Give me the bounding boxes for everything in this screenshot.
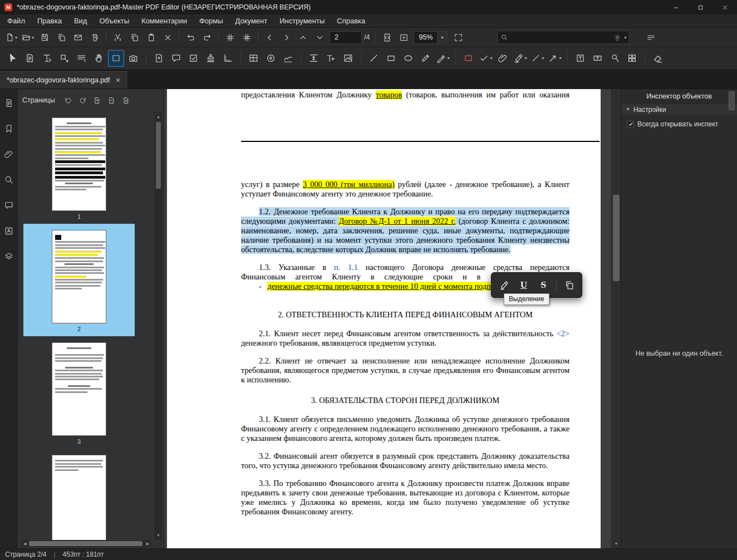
layers-panel-button[interactable] <box>2 249 16 264</box>
tab-close-icon[interactable]: ✕ <box>116 77 121 84</box>
radio-button-tool[interactable] <box>263 50 279 67</box>
eraser-tool[interactable] <box>650 50 666 67</box>
open-file[interactable]: ▾ <box>20 30 36 45</box>
search-panel-button[interactable] <box>2 173 16 187</box>
doc-link[interactable]: <2> <box>557 329 569 338</box>
delete-page[interactable] <box>105 94 119 107</box>
table-tool[interactable] <box>245 50 262 67</box>
show-grid[interactable] <box>222 30 238 45</box>
fonts-panel-button[interactable] <box>2 224 16 238</box>
add-image-tool[interactable] <box>340 50 356 67</box>
fullscreen[interactable] <box>450 30 466 45</box>
next-page[interactable] <box>312 30 327 45</box>
add-text-tool[interactable] <box>323 50 339 67</box>
comment-tool[interactable] <box>168 50 184 67</box>
pages-panel-button[interactable] <box>2 96 16 110</box>
scrollbar-thumb[interactable] <box>613 195 620 281</box>
select-region-tool[interactable] <box>108 50 124 67</box>
comments-panel-button[interactable] <box>2 198 16 213</box>
measure-tool[interactable] <box>220 50 236 67</box>
menu-item-tools[interactable]: Инструменты <box>273 16 331 26</box>
scroll-up-icon[interactable]: ▲ <box>155 113 161 120</box>
minimize-button[interactable] <box>664 0 688 14</box>
menu-item-document[interactable]: Документ <box>229 16 274 26</box>
edit-textbox-tool[interactable] <box>572 50 588 67</box>
print[interactable] <box>87 30 102 45</box>
rectangle-tool[interactable] <box>383 50 399 67</box>
page-thumbnail-3[interactable]: 3 <box>23 336 135 449</box>
check-annotation-tool[interactable]: ▾ <box>478 50 494 67</box>
highlight-text-button[interactable] <box>496 276 512 294</box>
ellipse-tool[interactable] <box>400 50 416 67</box>
line-annotation-tool[interactable]: ▾ <box>529 50 546 67</box>
maximize-button[interactable] <box>688 0 713 14</box>
line-tool[interactable] <box>366 50 382 67</box>
page-thumbnail-2[interactable]: 2 <box>23 224 135 336</box>
toolbar-menu[interactable] <box>643 30 659 45</box>
distribute-tool[interactable] <box>306 50 322 67</box>
menu-item-comments[interactable]: Комментарии <box>135 16 193 26</box>
scroll-left-icon[interactable]: ◀ <box>21 540 28 547</box>
search-dropdown-icon[interactable]: ▾ <box>624 35 626 40</box>
search-settings-gear-icon[interactable] <box>613 33 621 41</box>
insert-page[interactable] <box>91 94 104 107</box>
scrollbar-thumb[interactable] <box>29 541 143 546</box>
highlighted-link-text[interactable]: 3 000 000 (три миллиона) <box>303 180 395 189</box>
close-button[interactable] <box>713 0 737 14</box>
highlight-region-tool[interactable] <box>460 50 476 67</box>
underline-text-button[interactable]: U <box>515 276 532 294</box>
bookmarks-panel-button[interactable] <box>2 121 16 136</box>
zoom-level-select[interactable]: 95% <box>414 31 438 44</box>
signature-tool[interactable]: ▾ <box>435 50 451 67</box>
new-document[interactable]: ▾ <box>3 30 19 45</box>
always-open-inspector-checkbox[interactable]: Всегда открывать инспект <box>621 115 737 128</box>
scrollbar-thumb[interactable] <box>156 122 161 189</box>
attachments-panel-button[interactable] <box>2 147 16 161</box>
menu-item-file[interactable]: Файл <box>1 16 31 26</box>
menu-item-objects[interactable]: Объекты <box>93 16 135 26</box>
next-view[interactable] <box>278 30 294 45</box>
inspector-settings-section[interactable]: ▼ Настройки <box>621 104 737 115</box>
scroll-right-icon[interactable]: ▶ <box>144 540 151 547</box>
scroll-down-icon[interactable]: ▼ <box>612 539 621 547</box>
prev-page[interactable] <box>295 30 311 45</box>
edit-content-tool[interactable] <box>22 50 38 67</box>
highlighter-tool[interactable]: ▾ <box>512 50 528 67</box>
pencil-tool[interactable] <box>417 50 434 67</box>
snap-to-grid[interactable] <box>239 30 254 45</box>
email[interactable] <box>70 30 86 45</box>
highlighted-link-text[interactable]: товаров <box>376 90 402 99</box>
scrollbar-thumb[interactable] <box>729 91 735 110</box>
edit-text-tool[interactable] <box>39 50 55 67</box>
menu-item-view[interactable]: Вид <box>68 16 94 26</box>
signature-field-tool[interactable] <box>280 50 296 67</box>
attach-file-tool[interactable] <box>495 50 511 67</box>
zoom-dropdown-button[interactable]: ▾ <box>438 31 447 44</box>
search-input[interactable] <box>510 33 611 41</box>
textbox-tool[interactable] <box>589 50 606 67</box>
snapshot-tool[interactable] <box>125 50 141 67</box>
menu-item-edit[interactable]: Правка <box>31 16 68 26</box>
thumbnails-vertical-scrollbar[interactable]: ▲ ▼ <box>155 112 162 539</box>
extract-page[interactable] <box>120 94 133 107</box>
select-object-tool[interactable] <box>56 50 72 67</box>
tile-pages-tool[interactable] <box>624 50 640 67</box>
delete[interactable] <box>160 30 175 45</box>
find-object-tool[interactable] <box>607 50 623 67</box>
page-thumbnail-1[interactable]: 1 <box>23 111 135 224</box>
save-copy[interactable] <box>53 30 69 45</box>
highlighted-link-text[interactable]: Договор №Д-1 от 1 июня 2022 г. <box>339 217 456 225</box>
document-vertical-scrollbar[interactable]: ▼ <box>611 89 621 548</box>
select-tool[interactable] <box>4 50 21 67</box>
save[interactable] <box>37 30 52 45</box>
inspector-scrollbar[interactable] <box>729 91 736 203</box>
prev-view[interactable] <box>262 30 277 45</box>
undo[interactable] <box>183 30 198 45</box>
rotate-right[interactable] <box>76 94 90 107</box>
page-number-input[interactable]: 2 <box>330 31 362 44</box>
document-tab[interactable]: *obrazec-dogovora-faktoringa.pdf ✕ <box>0 71 128 89</box>
cut[interactable] <box>110 30 125 45</box>
stamp-tool[interactable] <box>203 50 219 67</box>
scroll-down-icon[interactable]: ▼ <box>155 532 161 539</box>
paste[interactable] <box>143 30 159 45</box>
